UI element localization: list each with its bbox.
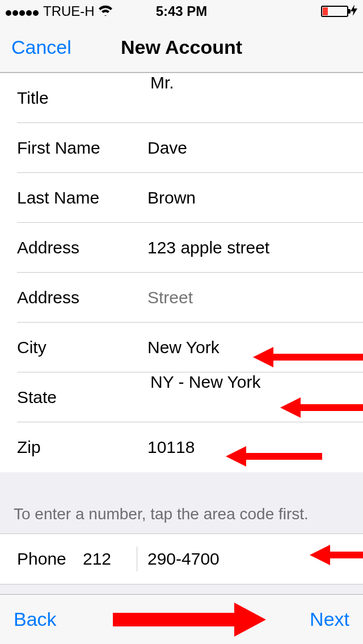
state-select[interactable]: NY - New York [150, 372, 363, 422]
row-address1: Address [0, 223, 363, 273]
title-select[interactable]: Mr. [150, 73, 363, 123]
back-button[interactable]: Back [14, 608, 57, 630]
signal-dots-icon [6, 3, 40, 19]
page-title: New Account [121, 36, 242, 58]
label-phone: Phone [0, 549, 83, 569]
wifi-icon [98, 3, 113, 19]
label-zip: Zip [0, 438, 147, 457]
clock: 5:43 PM [156, 3, 208, 19]
row-last-name: Last Name [0, 173, 363, 223]
label-state: State [0, 388, 150, 407]
label-address1: Address [0, 238, 147, 257]
row-zip: Zip [0, 422, 363, 472]
account-form: Title Mr. First Name Last Name Address A… [0, 73, 363, 472]
row-city: City [0, 323, 363, 372]
label-title: Title [0, 88, 150, 108]
label-last-name: Last Name [0, 188, 147, 207]
carrier-label: TRUE-H [43, 3, 95, 19]
row-phone: Phone [0, 534, 363, 584]
last-name-field[interactable] [147, 173, 363, 223]
label-city: City [0, 338, 147, 357]
next-button[interactable]: Next [310, 608, 349, 630]
address1-field[interactable] [147, 223, 363, 273]
first-name-field[interactable] [147, 123, 363, 173]
row-state: State NY - New York [0, 372, 363, 422]
phone-separator [137, 546, 137, 571]
row-first-name: First Name [0, 123, 363, 173]
zip-field[interactable] [147, 422, 363, 472]
cancel-button[interactable]: Cancel [11, 36, 71, 58]
city-field[interactable] [147, 323, 363, 372]
phone-form: Phone [0, 533, 363, 584]
phone-hint: To enter a number, tap the area code fir… [0, 495, 363, 533]
row-address2: Address [0, 273, 363, 323]
nav-bar: Cancel New Account [0, 23, 363, 73]
phone-number-field[interactable] [147, 549, 363, 569]
battery-icon [321, 6, 348, 17]
status-bar: TRUE-H 5:43 PM [0, 0, 363, 23]
label-first-name: First Name [0, 138, 147, 158]
label-address2: Address [0, 288, 147, 307]
row-title: Title Mr. [0, 73, 363, 123]
phone-area-field[interactable] [83, 549, 137, 569]
address2-field[interactable] [147, 273, 363, 323]
charging-icon [351, 5, 357, 19]
bottom-toolbar: Back Next [0, 594, 363, 644]
